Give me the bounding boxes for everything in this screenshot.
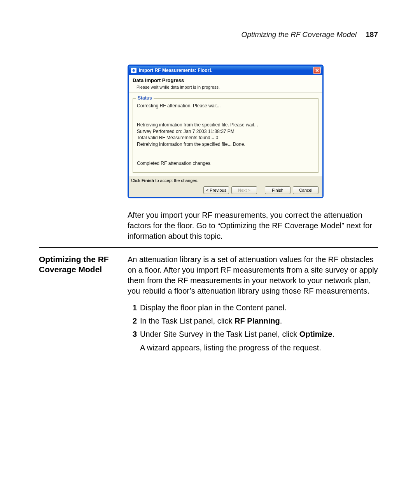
status-line: Survey Performed on: Jan 7 2003 11:38:37… bbox=[137, 128, 314, 135]
list-item: 2 In the Task List panel, click RF Plann… bbox=[128, 315, 378, 327]
finish-button[interactable]: Finish bbox=[265, 186, 290, 194]
step-text: Under Site Survey in the Task List panel… bbox=[140, 328, 378, 340]
step-text: In the Task List panel, click RF Plannin… bbox=[140, 315, 378, 327]
window-title: Import RF Measurements: Floor1 bbox=[139, 68, 313, 73]
section-body: An attenuation library is a set of atten… bbox=[128, 254, 378, 296]
page-number: 187 bbox=[366, 30, 378, 38]
dialog-header: Data Import Progress Please wait while d… bbox=[129, 75, 322, 93]
status-line: Completed RF attenuation changes. bbox=[137, 160, 314, 167]
status-line: Retreiving information from the specifie… bbox=[137, 122, 314, 128]
running-header-title: Optimizing the RF Coverage Model bbox=[242, 30, 357, 38]
close-icon[interactable]: ✕ bbox=[313, 67, 321, 74]
status-line: Correcting RF attenuation. Please wait..… bbox=[137, 103, 314, 109]
titlebar: ⊕ Import RF Measurements: Floor1 ✕ bbox=[129, 66, 322, 75]
footer-hint-pre: Click bbox=[131, 178, 142, 183]
running-header: Optimizing the RF Coverage Model 187 bbox=[242, 30, 378, 39]
status-line: Total valid RF Measurements found = 0 bbox=[137, 135, 314, 141]
step-followup: A wizard appears, listing the progress o… bbox=[140, 342, 378, 354]
section-divider bbox=[39, 247, 378, 248]
dialog-body: Data Import Progress Please wait while d… bbox=[129, 75, 322, 197]
cancel-button[interactable]: Cancel bbox=[293, 186, 318, 194]
dialog-heading: Data Import Progress bbox=[133, 77, 318, 83]
previous-button[interactable]: < Previous bbox=[203, 186, 229, 194]
step-text: Display the floor plan in the Content pa… bbox=[140, 302, 378, 313]
step-number: 2 bbox=[128, 315, 137, 327]
intro-paragraph: After you import your RF measurements, y… bbox=[128, 210, 378, 242]
next-button: Next > bbox=[231, 186, 257, 194]
section-heading: Optimizing the RF Coverage Model bbox=[39, 254, 121, 275]
button-row: < Previous Next > Finish Cancel bbox=[129, 184, 322, 197]
footer-hint-bold: Finish bbox=[142, 178, 154, 183]
dialog-subheading: Please wait while data import is in prog… bbox=[133, 83, 318, 89]
section: Optimizing the RF Coverage Model An atte… bbox=[39, 254, 378, 354]
step-list: 1 Display the floor plan in the Content … bbox=[128, 302, 378, 340]
status-group: Status Correcting RF attenuation. Please… bbox=[133, 98, 318, 173]
status-line: Retreiving information from the specifie… bbox=[137, 141, 314, 148]
footer-hint: Click Finish to accept the changes. bbox=[129, 177, 322, 184]
list-item: 1 Display the floor plan in the Content … bbox=[128, 302, 378, 313]
import-dialog: ⊕ Import RF Measurements: Floor1 ✕ Data … bbox=[128, 65, 324, 198]
status-legend: Status bbox=[136, 95, 154, 101]
step-number: 3 bbox=[128, 328, 137, 340]
app-icon: ⊕ bbox=[131, 68, 136, 73]
list-item: 3 Under Site Survey in the Task List pan… bbox=[128, 328, 378, 340]
step-number: 1 bbox=[128, 302, 137, 313]
footer-hint-post: to accept the changes. bbox=[154, 178, 198, 183]
